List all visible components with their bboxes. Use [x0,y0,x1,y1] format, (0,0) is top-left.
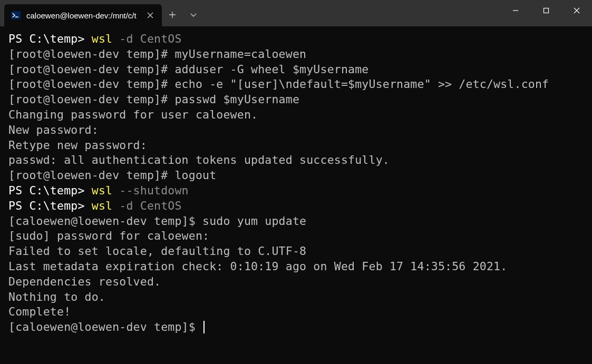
terminal-text: [sudo] password for caloewen: [8,229,209,242]
titlebar: caloewen@loewen-dev:/mnt/c/t [0,0,592,26]
terminal-text: wsl [92,32,120,45]
tab-title: caloewen@loewen-dev:/mnt/c/t [26,11,137,20]
terminal-text: wsl [92,199,120,212]
terminal-line: [root@loewen-dev temp]# passwd $myUserna… [8,92,584,107]
terminal-text: Dependencies resolved. [8,275,161,288]
terminal-text: wsl [92,184,120,197]
terminal-text: New password: [8,123,99,136]
terminal-line: Dependencies resolved. [8,274,584,290]
svg-rect-3 [544,8,549,13]
terminal-text: -d CentOS [119,32,181,45]
terminal-line: [caloewen@loewen-dev temp]$ sudo yum upd… [8,214,584,229]
terminal-text: Nothing to do. [8,290,105,303]
terminal-line: passwd: all authentication tokens update… [8,153,584,168]
terminal-text: passwd: all authentication tokens update… [8,153,390,166]
powershell-icon [11,10,21,21]
terminal-line: [root@loewen-dev temp]# echo -e "[user]\… [8,77,584,92]
terminal-line: PS C:\temp> wsl -d CentOS [8,199,584,214]
terminal-line: PS C:\temp> wsl --shutdown [8,183,584,199]
terminal-line: PS C:\temp> wsl -d CentOS [8,32,584,47]
terminal-text: -d CentOS [119,199,181,212]
close-button[interactable] [561,0,592,21]
terminal-text: Retype new password: [8,139,147,152]
terminal-text: Last metadata expiration check: 0:10:19 … [8,260,507,273]
terminal-line: [root@loewen-dev temp]# logout [8,168,584,183]
terminal-line: [caloewen@loewen-dev temp]$ [8,320,584,335]
terminal-text: [root@loewen-dev temp]# myUsername=caloe… [8,47,306,61]
tab-active[interactable]: caloewen@loewen-dev:/mnt/c/t [4,4,162,26]
terminal-line: Complete! [8,304,584,320]
terminal-line: Failed to set locale, defaulting to C.UT… [8,244,584,259]
terminal-text: [root@loewen-dev temp]# echo -e "[user]\… [8,77,549,91]
terminal-line: [root@loewen-dev temp]# adduser -G wheel… [8,62,584,77]
terminal-text: [caloewen@loewen-dev temp]$ sudo yum upd… [8,214,306,228]
minimize-button[interactable] [500,0,531,21]
terminal-text: [root@loewen-dev temp]# passwd $myUserna… [8,93,299,106]
terminal-text: Complete! [8,305,71,318]
terminal-text: PS C:\temp> [8,32,92,45]
terminal-text: PS C:\temp> [8,199,92,212]
cursor [203,321,205,333]
terminal-output[interactable]: PS C:\temp> wsl -d CentOS[root@loewen-de… [0,26,592,340]
terminal-text: PS C:\temp> [8,184,92,197]
terminal-text: Changing password for user caloewen. [8,108,258,121]
terminal-line: [root@loewen-dev temp]# myUsername=caloe… [8,47,584,62]
terminal-line: Last metadata expiration check: 0:10:19 … [8,259,584,274]
window-controls [500,0,592,21]
terminal-line: [sudo] password for caloewen: [8,229,584,244]
terminal-text: [root@loewen-dev temp]# adduser -G wheel… [8,63,369,76]
terminal-text: [caloewen@loewen-dev temp]$ [8,320,202,333]
terminal-text: Failed to set locale, defaulting to C.UT… [8,244,306,258]
terminal-text: --shutdown [119,184,188,197]
svg-rect-0 [11,12,21,19]
tab-dropdown-button[interactable] [183,4,204,25]
terminal-line: Nothing to do. [8,290,584,305]
new-tab-button[interactable] [162,4,183,25]
tabs-area: caloewen@loewen-dev:/mnt/c/t [0,0,204,26]
terminal-line: Changing password for user caloewen. [8,107,584,123]
terminal-line: New password: [8,123,584,138]
tab-close-button[interactable] [145,10,156,21]
terminal-text: [root@loewen-dev temp]# logout [8,169,216,182]
maximize-button[interactable] [531,0,561,21]
terminal-line: Retype new password: [8,138,584,153]
